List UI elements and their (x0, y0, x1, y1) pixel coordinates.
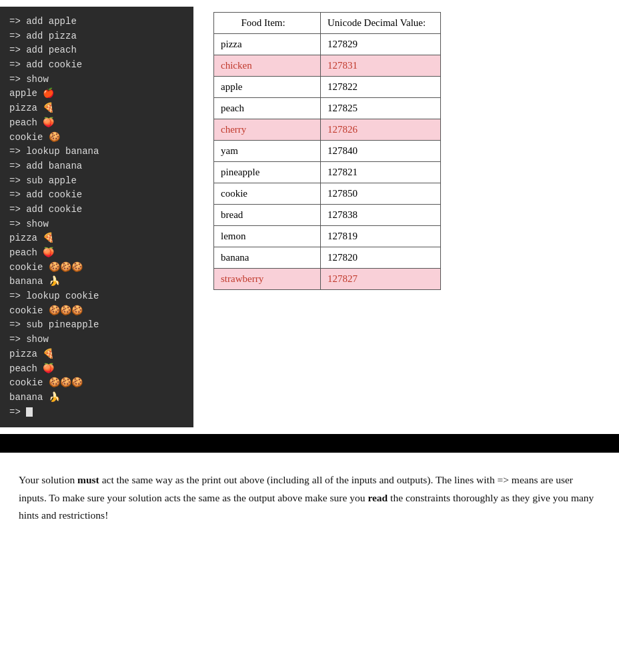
terminal-line: cookie 🍪 (9, 131, 184, 145)
food-cell: apple (214, 77, 321, 98)
food-cell: chicken (214, 55, 321, 77)
unicode-cell: 127829 (321, 34, 441, 55)
terminal-line: peach 🍑 (9, 246, 184, 261)
table-row: bread127838 (214, 205, 441, 226)
terminal-line: => add cookie (9, 188, 184, 203)
terminal-line: => add banana (9, 159, 184, 174)
col-header-unicode: Unicode Decimal Value: (321, 13, 441, 34)
must-bold: must (77, 474, 99, 485)
col-header-food: Food Item: (214, 13, 321, 34)
terminal-line: cookie 🍪🍪🍪 (9, 261, 184, 275)
table-row: chicken127831 (214, 55, 441, 77)
terminal-line: => add peach (9, 43, 184, 58)
terminal-line: => add pizza (9, 29, 184, 44)
terminal-line: => sub pineapple (9, 318, 184, 333)
food-cell: pineapple (214, 162, 321, 183)
terminal-prompt: => (9, 405, 184, 420)
terminal-line: => show (9, 73, 184, 87)
terminal-line: => lookup cookie (9, 289, 184, 304)
table-row: lemon127819 (214, 226, 441, 247)
terminal-line: apple 🍎 (9, 87, 184, 101)
terminal-line: => add cookie (9, 203, 184, 217)
black-bar (0, 434, 619, 453)
unicode-cell: 127822 (321, 77, 441, 98)
terminal-line: => sub apple (9, 174, 184, 189)
food-cell: cherry (214, 119, 321, 141)
terminal-line: banana 🍌 (9, 275, 184, 289)
food-cell: strawberry (214, 269, 321, 290)
description-before-must: Your solution (19, 474, 77, 485)
unicode-cell: 127826 (321, 119, 441, 141)
terminal-line: cookie 🍪🍪🍪 (9, 304, 184, 319)
terminal-panel: => add apple => add pizza => add peach =… (0, 7, 193, 427)
table-row: pizza127829 (214, 34, 441, 55)
unicode-cell: 127827 (321, 269, 441, 290)
food-cell: banana (214, 247, 321, 269)
terminal-line: => show (9, 217, 184, 232)
food-cell: lemon (214, 226, 321, 247)
food-table: Food Item: Unicode Decimal Value: pizza1… (213, 12, 441, 290)
table-row: strawberry127827 (214, 269, 441, 290)
food-cell: bread (214, 205, 321, 226)
unicode-cell: 127821 (321, 162, 441, 183)
read-bold: read (368, 492, 388, 503)
unicode-cell: 127850 (321, 183, 441, 205)
table-row: peach127825 (214, 98, 441, 119)
table-row: banana127820 (214, 247, 441, 269)
terminal-line: cookie 🍪🍪🍪 (9, 376, 184, 391)
unicode-cell: 127825 (321, 98, 441, 119)
terminal-line: pizza 🍕 (9, 101, 184, 116)
description-section: Your solution must act the same way as t… (0, 453, 619, 537)
terminal-line: => show (9, 333, 184, 347)
terminal-line: => add cookie (9, 58, 184, 73)
food-cell: cookie (214, 183, 321, 205)
terminal-line: pizza 🍕 (9, 231, 184, 246)
cursor (26, 407, 33, 417)
table-row: apple127822 (214, 77, 441, 98)
terminal-line: peach 🍑 (9, 362, 184, 377)
table-row: yam127840 (214, 141, 441, 162)
unicode-cell: 127820 (321, 247, 441, 269)
terminal-line: banana 🍌 (9, 391, 184, 405)
unicode-cell: 127840 (321, 141, 441, 162)
terminal-line: => lookup banana (9, 145, 184, 159)
description-text: Your solution must act the same way as t… (19, 471, 600, 524)
terminal-line: pizza 🍕 (9, 347, 184, 362)
unicode-cell: 127831 (321, 55, 441, 77)
table-row: pineapple127821 (214, 162, 441, 183)
food-cell: pizza (214, 34, 321, 55)
table-row: cherry127826 (214, 119, 441, 141)
unicode-cell: 127838 (321, 205, 441, 226)
terminal-line: => add apple (9, 15, 184, 29)
table-row: cookie127850 (214, 183, 441, 205)
terminal-line: peach 🍑 (9, 116, 184, 131)
food-cell: yam (214, 141, 321, 162)
food-table-panel: Food Item: Unicode Decimal Value: pizza1… (213, 12, 441, 427)
food-cell: peach (214, 98, 321, 119)
unicode-cell: 127819 (321, 226, 441, 247)
